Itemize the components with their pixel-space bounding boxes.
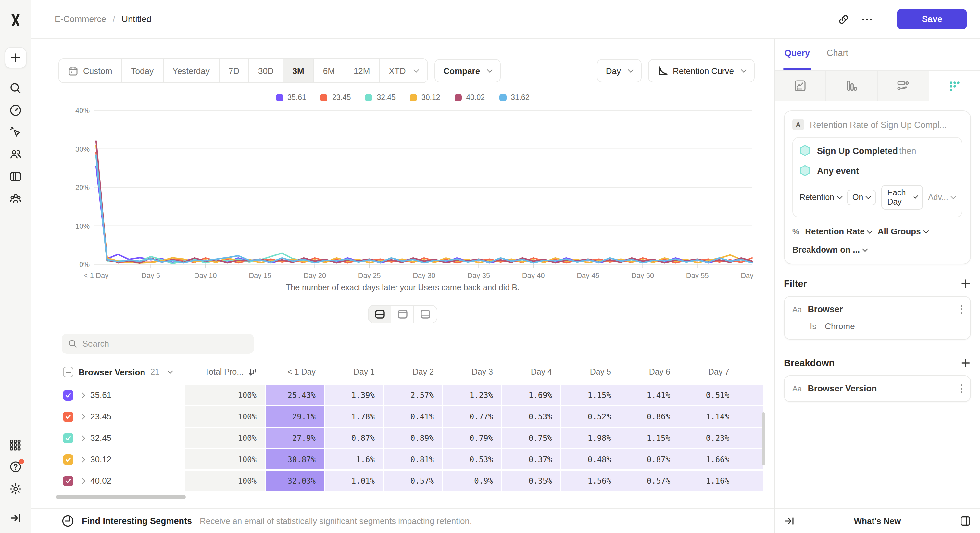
range-today[interactable]: Today: [122, 59, 163, 82]
legend-item-35.61[interactable]: 35.61: [276, 94, 306, 101]
horizontal-scrollbar[interactable]: [56, 495, 764, 499]
flows-report-tab[interactable]: [878, 71, 929, 101]
filter-card[interactable]: Aa Browser Is Chrome: [784, 296, 971, 339]
add-filter-icon[interactable]: [961, 279, 971, 289]
expand-row-icon[interactable]: [79, 457, 84, 461]
range-12m[interactable]: 12M: [345, 59, 380, 82]
breakdown-on-dropdown[interactable]: Breakdown on ...: [792, 245, 963, 254]
event-step-1[interactable]: Sign Up Completedthen: [799, 145, 955, 157]
range-yesterday[interactable]: Yesterday: [163, 59, 220, 82]
search-nav-icon[interactable]: [4, 79, 26, 98]
day-column-header[interactable]: < 1 Day: [265, 363, 324, 381]
day-column-header[interactable]: Day 3: [442, 363, 501, 381]
mixpanel-logo-icon[interactable]: [4, 10, 26, 30]
day-column-header[interactable]: Day 7: [679, 363, 738, 381]
day-column-header[interactable]: Day 4: [501, 363, 560, 381]
cohorts-icon[interactable]: [4, 189, 26, 208]
apps-grid-icon[interactable]: [4, 435, 26, 454]
search-input[interactable]: [83, 339, 247, 349]
legend-swatch: [455, 94, 462, 101]
top-panel-view-toggle[interactable]: [391, 306, 414, 323]
measure-dropdown[interactable]: Retention Rate: [805, 227, 872, 236]
kebab-menu-icon[interactable]: [961, 384, 963, 393]
settings-gear-icon[interactable]: [4, 479, 26, 498]
collapse-panel-icon[interactable]: [784, 516, 795, 527]
row-checkbox[interactable]: [63, 390, 73, 400]
legend-item-32.45[interactable]: 32.45: [365, 94, 396, 101]
query-title[interactable]: Retention Rate of Sign Up Compl...: [810, 120, 947, 130]
compare-button[interactable]: Compare: [434, 59, 501, 82]
retention-report-tab[interactable]: [929, 71, 980, 101]
range-6m[interactable]: 6M: [314, 59, 345, 82]
insights-report-tab[interactable]: [775, 71, 826, 101]
vertical-scrollbar[interactable]: [762, 412, 765, 465]
day-column-header[interactable]: Day 6: [620, 363, 679, 381]
layout-columns-icon[interactable]: [960, 516, 971, 527]
event-step-2[interactable]: Any event: [799, 165, 955, 176]
legend-item-31.62[interactable]: 31.62: [499, 94, 530, 101]
discover-compass-icon[interactable]: [4, 101, 26, 120]
select-all-checkbox[interactable]: [63, 367, 73, 377]
granularity-button[interactable]: Day: [597, 59, 642, 82]
breakdown-property[interactable]: Browser Version: [808, 384, 877, 393]
range-30d[interactable]: 30D: [249, 59, 283, 82]
save-button[interactable]: Save: [897, 9, 967, 29]
on-dropdown[interactable]: On: [846, 190, 876, 205]
total-column-header[interactable]: Total Pro...: [185, 363, 265, 381]
kebab-menu-icon[interactable]: [961, 305, 963, 314]
group-column-header[interactable]: Browser Version: [79, 367, 145, 377]
create-new-button[interactable]: [4, 48, 26, 68]
tab-query[interactable]: Query: [784, 48, 810, 70]
range-xtd[interactable]: XTD: [380, 59, 427, 82]
help-icon[interactable]: [4, 457, 26, 476]
legend-swatch: [499, 94, 506, 101]
day-column-header[interactable]: Day 2: [383, 363, 442, 381]
filter-value[interactable]: Chrome: [825, 321, 855, 331]
copy-link-icon[interactable]: [838, 13, 850, 25]
range-3m[interactable]: 3M: [283, 59, 314, 82]
day-column-header[interactable]: Day 5: [560, 363, 620, 381]
retention-type-dropdown[interactable]: Retention: [799, 193, 842, 202]
chart-type-button[interactable]: Retention Curve: [648, 59, 755, 82]
split-view-toggle[interactable]: [369, 306, 391, 323]
breadcrumb-doc-title[interactable]: Untitled: [122, 14, 152, 24]
day-column-header[interactable]: [738, 363, 763, 381]
each-day-dropdown[interactable]: Each Day: [881, 185, 923, 210]
segment-search: [62, 334, 254, 354]
row-checkbox[interactable]: [63, 454, 73, 465]
sort-descending-icon[interactable]: [248, 368, 256, 376]
tab-chart[interactable]: Chart: [827, 48, 848, 70]
legend-swatch: [365, 94, 372, 101]
expand-row-icon[interactable]: [79, 436, 84, 440]
svg-text:Day 45: Day 45: [577, 271, 600, 279]
boards-icon[interactable]: [4, 167, 26, 186]
add-breakdown-icon[interactable]: [961, 358, 971, 368]
legend-item-40.02[interactable]: 40.02: [455, 94, 485, 101]
breakdown-card[interactable]: Aa Browser Version: [784, 375, 971, 402]
retention-cell: 1.24%: [738, 449, 763, 471]
funnels-report-tab[interactable]: [826, 71, 878, 101]
row-checkbox[interactable]: [63, 433, 73, 443]
expand-row-icon[interactable]: [79, 479, 84, 483]
breadcrumb-project[interactable]: E-Commerce: [54, 14, 106, 24]
advanced-dropdown[interactable]: Adv...: [928, 193, 955, 202]
collapse-sidebar-icon[interactable]: [4, 508, 26, 528]
users-icon[interactable]: [4, 145, 26, 164]
range-custom[interactable]: Custom: [59, 59, 122, 82]
expand-row-icon[interactable]: [79, 393, 84, 397]
groups-dropdown[interactable]: All Groups: [878, 227, 928, 236]
range-7d[interactable]: 7D: [220, 59, 249, 82]
legend-item-23.45[interactable]: 23.45: [320, 94, 351, 101]
events-cursor-icon[interactable]: [4, 123, 26, 142]
bottom-panel-view-toggle[interactable]: [414, 306, 437, 323]
row-checkbox[interactable]: [63, 476, 73, 486]
row-checkbox[interactable]: [63, 411, 73, 422]
legend-item-30.12[interactable]: 30.12: [410, 94, 440, 101]
filter-operator[interactable]: Is: [810, 321, 816, 331]
filter-property[interactable]: Browser: [808, 305, 843, 314]
expand-row-icon[interactable]: [79, 414, 84, 419]
more-actions-icon[interactable]: [861, 13, 873, 25]
day-column-header[interactable]: Day 1: [324, 363, 383, 381]
whats-new-link[interactable]: What's New: [795, 516, 960, 526]
find-segments-link[interactable]: Find Interesting Segments: [82, 516, 192, 526]
